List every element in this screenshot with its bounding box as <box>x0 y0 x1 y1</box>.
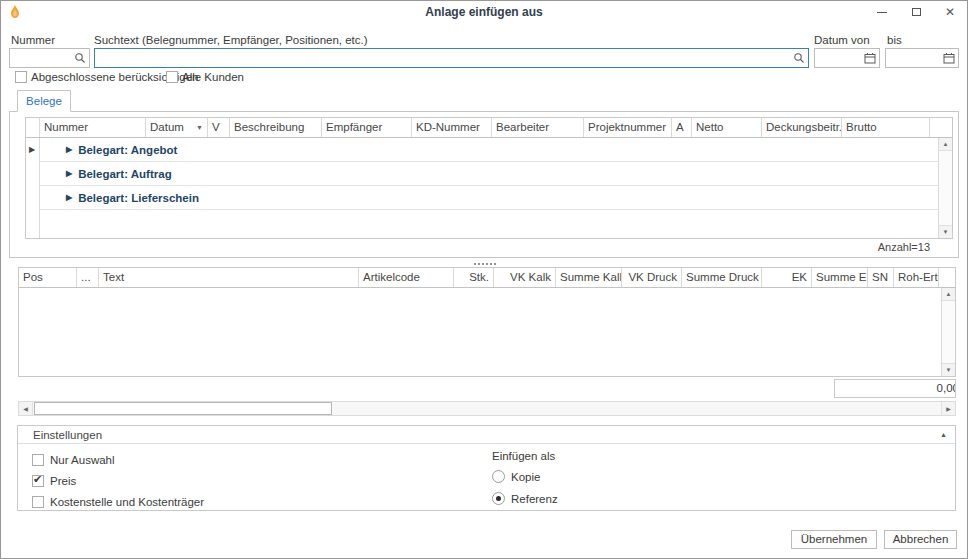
search-icon <box>793 52 805 66</box>
splitter-handle[interactable] <box>465 261 505 266</box>
belege-grid-header: Nummer ▼Datum V Beschreibung Empfänger K… <box>26 118 952 138</box>
positionen-vertical-scrollbar[interactable]: ▲ ▼ <box>941 288 955 376</box>
checkbox-preis[interactable]: ✔ Preis <box>32 475 76 487</box>
close-button[interactable]: ✕ <box>933 1 967 23</box>
radio-circle-selected <box>492 492 505 505</box>
nummer-input[interactable] <box>13 50 71 66</box>
nummer-label: Nummer <box>11 34 55 46</box>
expand-icon[interactable]: ▶ <box>66 145 72 154</box>
column-header-beschreibung[interactable]: Beschreibung <box>230 118 322 137</box>
group-row-angebot[interactable]: ▶ Belegart: Angebot <box>40 138 938 162</box>
tab-belege[interactable]: Belege <box>17 90 71 112</box>
datum-von-label: Datum von <box>814 34 870 46</box>
scroll-right-icon[interactable]: ▶ <box>941 402 955 415</box>
column-header-kd-nummer[interactable]: KD-Nummer <box>412 118 492 137</box>
checkbox-box <box>32 454 44 466</box>
column-header-summe-druck[interactable]: Summe Druck <box>682 268 762 287</box>
column-header-summe-kalk[interactable]: Summe Kalk <box>556 268 622 287</box>
calendar-icon[interactable] <box>864 52 876 66</box>
scrollbar-thumb[interactable] <box>34 402 332 415</box>
total-summary-box: 0,00 <box>834 379 956 398</box>
collapse-icon[interactable]: ▲ <box>940 426 947 444</box>
group-row-lieferschein[interactable]: ▶ Belegart: Lieferschein <box>40 186 938 210</box>
column-header-bearbeiter[interactable]: Bearbeiter <box>492 118 584 137</box>
positionen-grid: Pos ... Text Artikelcode Stk. VK Kalk Su… <box>18 267 956 377</box>
group-row-label: Belegart: Lieferschein <box>78 192 199 204</box>
column-header-datum[interactable]: ▼Datum <box>146 118 208 137</box>
expand-icon[interactable]: ▶ <box>66 169 72 178</box>
column-header-nummer[interactable]: Nummer <box>40 118 146 137</box>
column-header-ek[interactable]: EK <box>762 268 812 287</box>
checkbox-label: Kostenstelle und Kostenträger <box>50 496 204 508</box>
nummer-field <box>9 48 90 68</box>
column-header-stk[interactable]: Stk. <box>454 268 494 287</box>
radio-kopie[interactable]: Kopie <box>492 470 540 483</box>
row-indicator-column: ▶ <box>26 138 40 238</box>
column-header-empfaenger[interactable]: Empfänger <box>322 118 412 137</box>
column-header-roh-ertrag[interactable]: Roh-Ertr <box>894 268 939 287</box>
checkbox-label: Preis <box>50 475 76 487</box>
column-header-text[interactable]: Text <box>99 268 359 287</box>
window-title: Anlage einfügen aus <box>1 1 967 23</box>
group-row-auftrag[interactable]: ▶ Belegart: Auftrag <box>40 162 938 186</box>
bis-input[interactable] <box>889 50 940 66</box>
maximize-button[interactable] <box>899 1 933 23</box>
search-icon <box>74 52 86 66</box>
column-header-deckungsbeitrag[interactable]: Deckungsbeitr... <box>762 118 842 137</box>
column-header-netto[interactable]: Netto <box>692 118 762 137</box>
belege-grid: Nummer ▼Datum V Beschreibung Empfänger K… <box>25 117 953 239</box>
scroll-up-icon[interactable]: ▲ <box>939 138 952 151</box>
group-row-label: Belegart: Auftrag <box>78 168 172 180</box>
abbrechen-button[interactable]: Abbrechen <box>884 530 957 549</box>
calendar-icon[interactable] <box>943 52 955 66</box>
column-header-summe-ek[interactable]: Summe EK <box>812 268 868 287</box>
record-count-summary: Anzahl=13 <box>878 241 930 253</box>
scroll-left-icon[interactable]: ◀ <box>19 402 33 415</box>
expand-icon[interactable]: ▶ <box>66 193 72 202</box>
sort-desc-icon: ▼ <box>196 118 203 137</box>
column-header-pos[interactable]: Pos <box>19 268 77 287</box>
datum-von-field <box>814 48 880 68</box>
scroll-down-icon[interactable]: ▼ <box>942 363 955 376</box>
bis-field <box>885 48 959 68</box>
checkbox-box <box>15 71 27 83</box>
checkbox-label: Nur Auswahl <box>50 454 115 466</box>
settings-header: Einstellungen ▲ <box>18 426 955 444</box>
belege-vertical-scrollbar[interactable]: ▲ ▼ <box>938 138 952 238</box>
checkbox-box <box>32 496 44 508</box>
positionen-grid-body <box>19 288 941 376</box>
column-header-vk-kalk[interactable]: VK Kalk <box>494 268 556 287</box>
suchtext-input[interactable] <box>98 50 790 66</box>
title-bar: Anlage einfügen aus ✕ <box>1 1 967 23</box>
belege-panel: Nummer ▼Datum V Beschreibung Empfänger K… <box>9 111 959 258</box>
column-header-artikelcode[interactable]: Artikelcode <box>359 268 454 287</box>
settings-title: Einstellungen <box>33 426 102 444</box>
uebernehmen-button[interactable]: Übernehmen <box>791 530 877 549</box>
radio-label: Kopie <box>511 471 540 483</box>
column-header-v[interactable]: V <box>208 118 230 137</box>
column-header-brutto[interactable]: Brutto <box>842 118 930 137</box>
datum-von-input[interactable] <box>818 50 861 66</box>
minimize-button[interactable] <box>865 1 899 23</box>
checkbox-nur-auswahl[interactable]: Nur Auswahl <box>32 454 115 466</box>
dialog-anlage-einfuegen: Anlage einfügen aus ✕ Nummer Suchtext (B… <box>0 0 968 559</box>
scroll-down-icon[interactable]: ▼ <box>939 225 952 238</box>
column-header-sn[interactable]: SN <box>868 268 894 287</box>
einfuegen-als-label: Einfügen als <box>492 450 555 462</box>
checkbox-alle-kunden[interactable]: Alle Kunden <box>166 71 244 83</box>
belege-grid-body: ▶ ▶ Belegart: Angebot ▶ Belegart: Auftra… <box>26 138 938 238</box>
checkbox-kostenstelle[interactable]: Kostenstelle und Kostenträger <box>32 496 204 508</box>
radio-referenz[interactable]: Referenz <box>492 492 558 505</box>
column-header-vk-druck[interactable]: VK Druck <box>622 268 682 287</box>
column-header-dots[interactable]: ... <box>77 268 99 287</box>
radio-label: Referenz <box>511 493 558 505</box>
column-header-projektnummer[interactable]: Projektnummer <box>584 118 672 137</box>
indicator-header-cell <box>26 118 40 137</box>
suchtext-field <box>94 48 809 68</box>
row-indicator-icon: ▶ <box>29 145 35 154</box>
positionen-horizontal-scrollbar[interactable]: ◀ ▶ <box>18 401 956 416</box>
checkbox-box-checked: ✔ <box>32 475 44 487</box>
maximize-icon <box>912 8 921 16</box>
scroll-up-icon[interactable]: ▲ <box>942 288 955 301</box>
column-header-a[interactable]: A <box>672 118 692 137</box>
